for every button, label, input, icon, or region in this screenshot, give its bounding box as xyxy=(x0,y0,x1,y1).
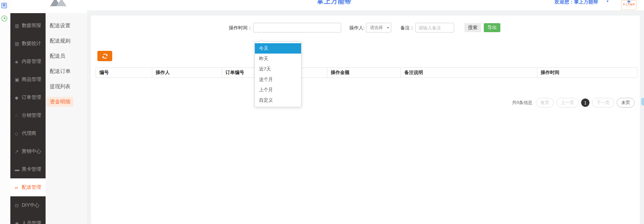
dropdown-option-last7days[interactable]: 近7天 xyxy=(255,64,301,74)
export-button[interactable]: 导出 xyxy=(484,23,500,32)
pagination-next-button[interactable]: 下一页 xyxy=(592,98,614,108)
time-filter-label: 操作时间： xyxy=(229,23,252,33)
sidebar-item-diy[interactable]: ⊡DIY中心 xyxy=(10,196,46,214)
id-card-icon: ▬ xyxy=(15,167,22,172)
chevron-down-icon: ▼ xyxy=(387,26,390,29)
submenu-item-delivery-rules[interactable]: 配送规则 xyxy=(46,33,87,48)
sidebar-item-marketing[interactable]: ↗营销中心 xyxy=(10,142,46,160)
submenu-item-delivery-settings[interactable]: 配送设置 xyxy=(46,18,87,33)
sidebar-item-agents[interactable]: ◇代理商 xyxy=(10,124,46,142)
badge-dots: ∷∷∷∷ xyxy=(622,6,636,8)
remark-filter-label: 备注： xyxy=(399,23,414,33)
left-rail xyxy=(0,0,10,224)
search-button[interactable]: 搜索 xyxy=(464,23,481,32)
sidebar-item-data-report[interactable]: ▥数据简报 xyxy=(10,17,46,35)
chevron-down-icon[interactable]: ▼ xyxy=(606,0,609,3)
tablet-icon[interactable] xyxy=(1,3,7,8)
welcome-user[interactable]: 欢迎您：掌上万能帮 xyxy=(555,0,598,5)
sidebar-item-orders[interactable]: ◆订单管理 xyxy=(10,88,46,106)
logo-icon xyxy=(50,0,74,6)
badge-logo-icon: ◉ xyxy=(622,0,636,3)
records-table: 编号 操作人 订单编号 操作金额 备注说明 操作时间 xyxy=(96,67,637,78)
refresh-button[interactable] xyxy=(97,51,112,61)
submenu-item-fund-details[interactable]: 资金明细 xyxy=(46,94,87,109)
column-header-remark: 备注说明 xyxy=(401,68,537,78)
monitor-icon: ⊡ xyxy=(15,203,22,208)
dropdown-option-yesterday[interactable]: 昨天 xyxy=(255,54,301,64)
pagination-current-page[interactable]: 1 xyxy=(581,99,589,107)
diamond-icon: ◇ xyxy=(15,131,22,136)
column-header-amount: 操作金额 xyxy=(327,68,401,78)
motorcycle-icon: ∞ xyxy=(15,185,22,190)
content-card: 操作时间： 操作人: 请选择 ▼ 备注： 搜索 导出 编号 xyxy=(91,16,640,224)
submenu-item-delivery-orders[interactable]: 配送订单 xyxy=(46,64,87,79)
time-range-input[interactable] xyxy=(253,23,341,32)
dropdown-caret xyxy=(259,39,263,43)
pagination-total: 共0条信息 xyxy=(512,100,532,106)
sidebar-item-distribution[interactable]: ∴分销管理 xyxy=(10,106,46,124)
order-gem-icon: ◆ xyxy=(15,95,22,100)
table-header-row: 编号 操作人 订单编号 操作金额 备注说明 操作时间 xyxy=(96,68,637,78)
tag-icon: ◈ xyxy=(15,59,22,64)
column-header-operator: 操作人 xyxy=(152,68,222,78)
pagination-last-button[interactable]: 末页 xyxy=(617,98,635,108)
share-icon: ∴ xyxy=(15,113,22,118)
submenu-item-withdrawals[interactable]: 提现列表 xyxy=(46,79,87,94)
pagination-prev-button[interactable]: 上一页 xyxy=(556,98,579,108)
sidebar-item-blackcard[interactable]: ▬黑卡管理 xyxy=(10,160,46,178)
pagination: 共0条信息 首页 上一页 1 下一页 末页 xyxy=(512,98,635,108)
scrollbar-thumb[interactable] xyxy=(641,98,644,105)
submenu: 配送设置 配送规则 配送员 配送订单 提现列表 资金明细 xyxy=(46,13,87,224)
column-header-id: 编号 xyxy=(96,68,152,78)
users-icon: ◉ xyxy=(15,221,22,224)
stats-card-icon: ▤ xyxy=(15,41,22,46)
pagination-first-button[interactable]: 首页 xyxy=(536,98,554,108)
submenu-item-couriers[interactable]: 配送员 xyxy=(46,48,87,64)
date-range-dropdown: 今天 昨天 近7天 这个月 上个月 自定义 xyxy=(254,41,301,107)
sidebar-item-data-stats[interactable]: ▤数据统计 xyxy=(10,35,46,53)
clock-icon[interactable] xyxy=(1,15,8,22)
bar-chart-icon: ▥ xyxy=(15,23,22,28)
operator-filter-label: 操作人: xyxy=(348,23,365,33)
sidebar-item-staff[interactable]: ◉人员管理 xyxy=(10,214,46,224)
main-area: 操作时间： 操作人: 请选择 ▼ 备注： 搜索 导出 编号 xyxy=(87,10,644,224)
column-header-time: 操作时间 xyxy=(537,68,637,78)
app-header: 掌上万能帮 欢迎您：掌上万能帮 ▼ ◉ 掌上万能帮 ∷∷∷∷ xyxy=(10,0,644,10)
refresh-icon xyxy=(102,53,108,59)
sidebar-item-goods[interactable]: ▣商品管理 xyxy=(10,71,46,88)
sidebar: ▥数据简报 ▤数据统计 ◈内容管理 ▣商品管理 ◆订单管理 ∴分销管理 ◇代理商… xyxy=(10,13,46,224)
operator-select[interactable]: 请选择 ▼ xyxy=(366,23,391,32)
page-title: 掌上万能帮 xyxy=(317,0,352,6)
sidebar-item-delivery[interactable]: ∞配送管理 xyxy=(10,178,46,196)
dropdown-option-last-month[interactable]: 上个月 xyxy=(255,85,301,95)
dropdown-option-today[interactable]: 今天 xyxy=(255,43,301,54)
avatar-badge[interactable]: ◉ 掌上万能帮 ∷∷∷∷ xyxy=(621,0,636,10)
sidebar-item-content[interactable]: ◈内容管理 xyxy=(10,53,46,71)
dropdown-option-this-month[interactable]: 这个月 xyxy=(255,74,301,85)
remark-input[interactable] xyxy=(415,23,454,32)
dropdown-option-custom[interactable]: 自定义 xyxy=(255,95,301,105)
trend-chart-icon: ↗ xyxy=(15,149,22,154)
goods-bag-icon: ▣ xyxy=(15,77,22,82)
